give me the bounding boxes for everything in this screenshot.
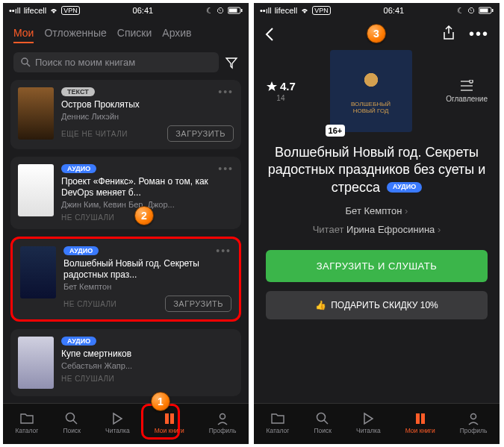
book-card-highlighted[interactable]: АУДИО Волшебный Новый год. Секреты радос… [10,237,241,322]
cover-text: ВОЛШЕБНЫЙ [351,101,391,107]
book-list: ТЕКСТ Остров Проклятых Деннис Лихэйн ЕЩЕ… [3,80,249,403]
book-cover-large: ВОЛШЕБНЫЙ НОВЫЙ ГОД 16+ [330,50,412,132]
book-card[interactable]: АУДИО Купе смертников Себастьян Жапр... … [10,329,241,396]
book-title: Проект «Феникс». Роман о том, как DevOps… [61,176,234,199]
detail-author[interactable]: Бет Кемптон › [346,205,408,216]
moon-icon: ☾ [206,6,214,16]
chevron-right-icon: › [405,205,408,216]
nav-label: Каталог [16,427,39,434]
book-status: НЕ СЛУШАЛИ [61,213,114,222]
alarm-icon: ⏲ [467,6,476,15]
nav-my-books[interactable]: Мои книги [405,412,435,434]
book-title: Остров Проклятых [61,99,234,110]
reader-label: Читает [313,224,344,235]
search-icon [21,57,31,67]
vpn-badge: VPN [61,6,80,15]
tabs: Мои Отложенные Списки Архив [3,18,249,48]
vpn-badge: VPN [312,6,331,15]
play-icon [111,412,124,425]
book-status: НЕ СЛУШАЛИ [63,300,116,308]
nav-catalog[interactable]: Каталог [16,412,39,434]
carrier: lifecell [24,6,47,15]
bottom-nav: Каталог Поиск Читалка Мои книги Профиль [254,403,500,444]
book-status: НЕ СЛУШАЛИ [61,375,114,383]
nav-search[interactable]: Поиск [314,412,332,434]
svg-rect-2 [229,9,237,13]
signal-icon: ••ıll [260,6,272,15]
search-input[interactable]: Поиск по моим книгам [13,52,219,72]
nav-search[interactable]: Поиск [63,412,81,434]
filter-icon[interactable] [225,56,238,69]
download-button[interactable]: ЗАГРУЗИТЬ [167,125,234,142]
folder-icon [270,412,285,425]
play-icon [361,412,375,425]
status-bar: ••ıll lifecell VPN 06:41 ☾ ⏲ [254,3,500,18]
svg-rect-7 [165,413,169,424]
book-author: Бет Кемптон [63,282,231,291]
tab-archive[interactable]: Архив [162,27,191,43]
more-icon[interactable]: ••• [218,86,234,98]
format-badge: ТЕКСТ [61,87,95,96]
signal-icon: ••ıll [9,6,21,15]
nav-label: Мои книги [155,427,184,434]
status-bar: ••ıll lifecell VPN 06:41 ☾ ⏲ [3,3,249,18]
profile-icon [216,412,229,425]
rating[interactable]: 4.7 14 [266,80,296,102]
moon-icon: ☾ [457,6,464,16]
nav-my-books[interactable]: Мои книги [155,412,184,434]
svg-point-3 [22,58,28,64]
svg-line-6 [73,420,77,424]
wifi-icon [300,7,309,14]
book-title: Купе смертников [61,348,234,360]
book-author: Деннис Лихэйн [61,112,234,121]
svg-point-21 [471,414,476,419]
secondary-label: ПОДАРИТЬ СКИДКУ 10% [331,300,438,310]
detail-title: Волшебный Новый год. Секреты радостных п… [266,144,488,196]
bottom-nav: Каталог Поиск Читалка Мои книги Профиль [3,403,249,444]
book-author: Себастьян Жапр... [61,361,234,370]
step-marker-3: 3 [367,24,386,43]
nav-label: Поиск [314,427,332,434]
nav-reader[interactable]: Читалка [105,412,130,434]
nav-catalog[interactable]: Каталог [267,412,290,434]
format-badge: АУДИО [387,182,422,193]
book-card[interactable]: ТЕКСТ Остров Проклятых Деннис Лихэйн ЕЩЕ… [10,80,241,149]
svg-rect-11 [492,9,494,12]
nav-profile[interactable]: Профиль [460,412,488,434]
nav-reader[interactable]: Читалка [356,412,381,434]
gift-discount-button[interactable]: 👍 ПОДАРИТЬ СКИДКУ 10% [266,291,488,319]
svg-line-18 [324,420,328,424]
detail-reader[interactable]: Читает Ирина Ефросинина › [313,224,441,235]
toc-button[interactable]: Оглавление [446,80,488,103]
nav-label: Читалка [356,427,381,434]
cover-text: НОВЫЙ ГОД [353,107,389,114]
svg-rect-1 [241,9,243,12]
title-text: Волшебный Новый год. Секреты радостных п… [268,145,486,195]
nav-profile[interactable]: Профиль [209,412,237,434]
status-time: 06:41 [133,6,154,15]
nav-label: Профиль [209,427,237,434]
back-icon[interactable] [264,27,275,42]
svg-point-9 [220,414,225,419]
tab-lists[interactable]: Списки [117,27,152,43]
svg-rect-20 [421,413,425,424]
left-screen: ••ıll lifecell VPN 06:41 ☾ ⏲ Мои Отложен… [3,3,249,444]
book-card[interactable]: АУДИО Проект «Феникс». Роман о том, как … [10,157,241,229]
tab-my[interactable]: Мои [13,27,34,43]
download-button[interactable]: ЗАГРУЗИТЬ [165,296,231,312]
book-cover [18,87,54,140]
book-cover [20,246,56,298]
tab-postponed[interactable]: Отложенные [44,27,106,43]
age-badge: 16+ [326,125,346,137]
more-icon[interactable]: ••• [218,163,234,175]
carrier: lifecell [275,6,298,15]
svg-line-4 [27,63,30,66]
share-icon[interactable] [442,25,455,43]
book-cover [18,337,54,389]
svg-point-5 [66,413,75,422]
more-icon[interactable]: ••• [469,25,489,43]
folder-icon [19,412,34,425]
download-listen-button[interactable]: ЗАГРУЗИТЬ И СЛУШАТЬ [266,250,488,282]
more-icon[interactable]: ••• [216,245,231,257]
reader-name: Ирина Ефросинина [346,224,435,235]
